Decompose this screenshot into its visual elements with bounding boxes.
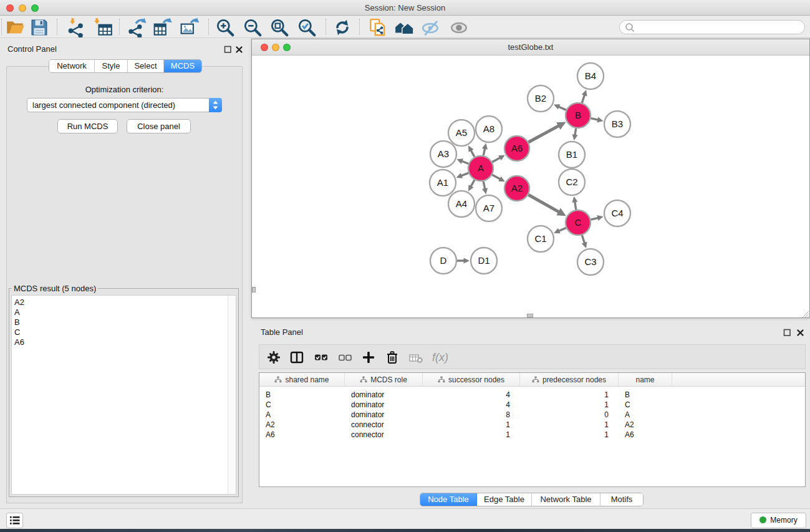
node-C2[interactable]: C2 (559, 169, 585, 195)
cell-predecessor[interactable]: 1 (520, 400, 619, 410)
column-header-shared-name[interactable]: shared name (259, 373, 345, 386)
export-table-icon[interactable] (153, 17, 173, 37)
tab-mcds[interactable]: MCDS (164, 60, 201, 72)
tab-motifs[interactable]: Motifs (600, 493, 643, 506)
cell-shared-name[interactable]: A2 (259, 420, 345, 430)
node-A7[interactable]: A7 (476, 195, 502, 221)
node-B[interactable]: B (566, 103, 591, 128)
close-panel-button[interactable]: Close panel (127, 119, 191, 133)
node-B2[interactable]: B2 (528, 85, 554, 112)
table-row-b[interactable]: Bdominator41B (259, 390, 805, 400)
edge-A-A8[interactable] (482, 143, 488, 156)
task-history-button[interactable] (6, 513, 23, 528)
edge-C-C4[interactable] (591, 215, 603, 221)
import-network-icon[interactable] (65, 17, 85, 37)
refresh-icon[interactable] (332, 17, 352, 37)
search-input[interactable] (635, 22, 804, 33)
edge-C-C1[interactable] (554, 228, 566, 233)
edge-B-B4[interactable] (582, 90, 587, 103)
table-row-c[interactable]: Cdominator41C (259, 400, 805, 410)
save-session-icon[interactable] (29, 17, 49, 37)
edge-A-A3[interactable] (456, 158, 468, 164)
network-canvas[interactable]: B4B2BB3A8A5A6A3B1AA1C2A2A4A7C4CC1C3DD1 (252, 56, 809, 317)
import-table-icon[interactable] (94, 17, 113, 37)
node-A3[interactable]: A3 (430, 141, 456, 167)
memory-button[interactable]: Memory (751, 513, 806, 528)
cell-predecessor[interactable]: 1 (520, 390, 619, 400)
cell-shared-name[interactable]: A (259, 410, 345, 420)
table-row-a[interactable]: Adominator80A (259, 410, 805, 420)
edge-B-B3[interactable] (591, 117, 603, 122)
table-panel-float-icon[interactable] (783, 328, 791, 336)
cell-mcds-role[interactable]: dominator (345, 400, 423, 410)
deselect-all-rows-icon[interactable] (337, 350, 352, 365)
cell-successor[interactable]: 1 (423, 430, 520, 440)
control-panel-close-icon[interactable] (235, 45, 243, 53)
tab-network[interactable]: Network (49, 60, 95, 72)
delete-table-icon[interactable] (408, 350, 423, 365)
edge-C-C2[interactable] (572, 196, 577, 210)
cell-shared-name[interactable]: A6 (259, 430, 345, 440)
edge-A6-B[interactable] (528, 122, 566, 142)
edge-C-C3[interactable] (582, 235, 587, 248)
optimization-criterion-dropdown[interactable]: largest connected component (directed) (27, 98, 222, 112)
node-A5[interactable]: A5 (448, 120, 475, 146)
cell-mcds-role[interactable]: connector (345, 420, 423, 430)
cell-shared-name[interactable]: B (259, 390, 345, 400)
cell-name[interactable]: A2 (619, 420, 672, 430)
node-B1[interactable]: B1 (559, 142, 585, 168)
window-resize-grip[interactable] (801, 309, 809, 317)
node-D[interactable]: D (430, 248, 456, 274)
show-all-icon[interactable] (449, 17, 469, 37)
column-header-name[interactable]: name (619, 373, 672, 386)
search-field[interactable] (619, 20, 805, 34)
node-C3[interactable]: C3 (577, 249, 604, 275)
edge-A-A7[interactable] (482, 181, 488, 195)
cell-successor[interactable]: 8 (423, 410, 520, 420)
node-D1[interactable]: D1 (471, 248, 497, 274)
hide-selected-icon[interactable] (421, 17, 441, 37)
zoom-selected-icon[interactable] (297, 17, 317, 37)
node-C4[interactable]: C4 (604, 200, 630, 226)
export-image-icon[interactable] (180, 17, 200, 37)
open-session-icon[interactable] (6, 17, 26, 37)
edge-B-B2[interactable] (554, 104, 566, 110)
zoom-fit-icon[interactable] (269, 17, 289, 37)
tab-network-table[interactable]: Network Table (532, 493, 600, 506)
cell-successor[interactable]: 4 (423, 400, 520, 410)
function-builder-icon[interactable]: f(x) (431, 350, 452, 365)
mcds-result-item-c[interactable]: C (12, 327, 236, 337)
vertical-scrollbar-nub[interactable] (252, 287, 256, 293)
tab-node-table[interactable]: Node Table (420, 493, 477, 506)
control-panel-float-icon[interactable] (224, 45, 232, 53)
cell-predecessor[interactable]: 1 (520, 430, 619, 440)
edge-A-A4[interactable] (468, 180, 475, 191)
run-mcds-button[interactable]: Run MCDS (57, 119, 118, 133)
new-network-from-selection-icon[interactable] (367, 17, 387, 37)
cell-name[interactable]: A (619, 410, 672, 420)
node-A8[interactable]: A8 (476, 116, 502, 142)
cell-mcds-role[interactable]: connector (345, 430, 423, 440)
node-B3[interactable]: B3 (604, 111, 630, 137)
cell-mcds-role[interactable]: dominator (345, 390, 423, 400)
edge-A-A2[interactable] (492, 175, 504, 181)
cell-name[interactable]: C (619, 400, 672, 410)
horizontal-scrollbar-nub[interactable] (527, 314, 533, 317)
select-all-rows-icon[interactable] (314, 350, 329, 365)
column-header-mcds-role[interactable]: MCDS role (345, 373, 423, 386)
table-row-a6[interactable]: A6connector11A6 (259, 430, 805, 440)
export-network-icon[interactable] (127, 17, 147, 37)
mcds-result-item-b[interactable]: B (12, 317, 236, 327)
cell-successor[interactable]: 4 (423, 390, 520, 400)
cell-predecessor[interactable]: 1 (520, 420, 619, 430)
cell-predecessor[interactable]: 0 (520, 410, 619, 420)
edge-A-A1[interactable] (456, 173, 469, 178)
edge-D-D1[interactable] (457, 258, 470, 263)
node-B4[interactable]: B4 (577, 63, 604, 89)
edge-B-B1[interactable] (572, 128, 578, 141)
column-header-predecessor-nodes[interactable]: predecessor nodes (520, 373, 619, 386)
delete-column-icon[interactable] (385, 350, 400, 365)
add-column-icon[interactable] (361, 350, 376, 365)
node-C1[interactable]: C1 (528, 226, 554, 252)
node-A6[interactable]: A6 (504, 136, 529, 161)
